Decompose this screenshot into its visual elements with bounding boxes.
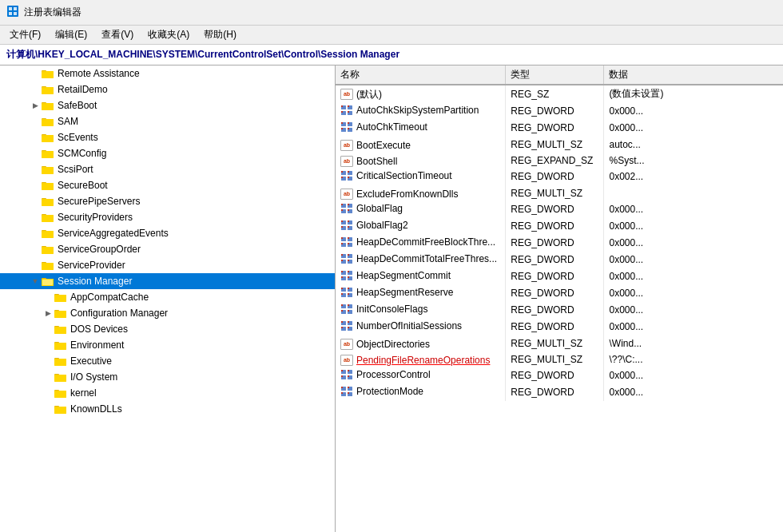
tree-item-remote-assistance[interactable]: ▶ Remote Assistance (0, 66, 335, 81)
table-row[interactable]: GlobalFlag2 REG_DWORD 0x000... (336, 218, 783, 235)
entry-name: ObjectDirectories (356, 339, 430, 350)
tree-item-secureboot[interactable]: ▶ SecureBoot (0, 177, 335, 193)
table-row[interactable]: ab ObjectDirectories REG_MULTI_SZ \Wind.… (336, 335, 783, 351)
cell-name: CriticalSectionTimeout (336, 169, 506, 185)
table-row[interactable]: HeapDeCommitTotalFreeThres... REG_DWORD … (336, 252, 783, 268)
col-header-data[interactable]: 数据 (604, 66, 783, 85)
tree-item-serviceaggregatedevents[interactable]: ▶ ServiceAggregatedEvents (0, 225, 335, 241)
gear-icon (340, 320, 353, 332)
tree-scroll[interactable]: ▶ Remote Assistance ▶ RetailDemo SafeBoo… (0, 66, 335, 532)
cell-data: 0x000... (604, 319, 783, 335)
registry-table: 名称 类型 数据 ab (默认) REG_SZ (数值未设置) (336, 66, 783, 401)
tree-item-sam[interactable]: ▶ SAM (0, 113, 335, 129)
cell-type: REG_DWORD (506, 169, 604, 185)
folder-icon (54, 292, 67, 303)
table-row[interactable]: ab ExcludeFromKnownDlls REG_MULTI_SZ (336, 185, 783, 201)
tree-item-scmconfig[interactable]: ▶ SCMConfig (0, 145, 335, 161)
table-row[interactable]: InitConsoleFlags REG_DWORD 0x000... (336, 302, 783, 319)
table-row[interactable]: CriticalSectionTimeout REG_DWORD 0x002..… (336, 169, 783, 185)
svg-rect-22 (42, 151, 54, 158)
address-path: 计算机\HKEY_LOCAL_MACHINE\SYSTEM\CurrentCon… (6, 48, 399, 62)
menu-view[interactable]: 查看(V) (95, 26, 140, 43)
table-row[interactable]: HeapDeCommitFreeBlockThre... REG_DWORD 0… (336, 235, 783, 252)
tree-item-securityproviders[interactable]: ▶ SecurityProviders (0, 209, 335, 225)
tree-item-scevents[interactable]: ▶ ScEvents (0, 129, 335, 145)
table-row[interactable]: ab BootExecute REG_MULTI_SZ autoc... (336, 137, 783, 153)
svg-rect-85 (341, 128, 343, 129)
menu-favorites[interactable]: 收藏夹(A) (141, 26, 196, 43)
tree-item-scsiport[interactable]: ▶ ScsiPort (0, 161, 335, 177)
cell-data: autoc... (604, 137, 783, 153)
table-row[interactable]: HeapSegmentReserve REG_DWORD 0x000... (336, 285, 783, 302)
svg-rect-4 (14, 12, 17, 15)
entry-name: AutoChkSkipSystemPartition (356, 105, 479, 116)
folder-icon (42, 116, 54, 127)
tree-item-configuration-manager[interactable]: Configuration Manager (0, 305, 335, 321)
svg-rect-13 (42, 103, 54, 110)
tree-item-session-manager[interactable]: Session Manager (0, 273, 335, 289)
svg-rect-171 (348, 387, 349, 388)
folder-icon (54, 324, 67, 335)
tree-item-io-system[interactable]: ▶ I/O System (0, 369, 335, 385)
table-row[interactable]: ProcessorControl REG_DWORD 0x000... (336, 367, 783, 384)
gear-icon (340, 220, 353, 231)
tree-item-servicegrouporder[interactable]: ▶ ServiceGroupOrder (0, 241, 335, 257)
gear-icon (340, 304, 353, 315)
table-row[interactable]: NumberOfInitialSessions REG_DWORD 0x000.… (336, 319, 783, 335)
tree-item-label: Session Manager (58, 276, 132, 287)
svg-rect-153 (341, 321, 343, 323)
tree-item-securepipeservers[interactable]: ▶ SecurePipeServers (0, 193, 335, 209)
menu-help[interactable]: 帮助(H) (197, 26, 243, 43)
registry-table-scroll[interactable]: 名称 类型 数据 ab (默认) REG_SZ (数值未设置) (336, 66, 783, 532)
folder-icon (54, 355, 67, 367)
tree-item-label: Environment (70, 339, 124, 351)
tree-item-serviceprovider[interactable]: ▶ ServiceProvider (0, 257, 335, 273)
col-header-name[interactable]: 名称 (336, 66, 506, 85)
cell-data: 0x000... (604, 302, 783, 319)
menu-edit[interactable]: 编辑(E) (49, 26, 93, 43)
svg-rect-119 (348, 243, 349, 244)
folder-icon (54, 308, 67, 319)
svg-rect-40 (42, 247, 54, 254)
tree-item-executive[interactable]: ▶ Executive (0, 353, 335, 369)
cell-name: AutoChkTimeout (336, 120, 506, 137)
window-title: 注册表编辑器 (24, 6, 81, 19)
svg-rect-161 (341, 370, 343, 371)
table-row[interactable]: ProtectionMode REG_DWORD 0x000... (336, 384, 783, 401)
tree-item-appcompat-cache[interactable]: ▶ AppCompatCache (0, 289, 335, 305)
tree-item-known-dlls[interactable]: ▶ KnownDLLs (0, 401, 335, 417)
cell-type: REG_MULTI_SZ (506, 137, 604, 153)
cell-data: 0x000... (604, 367, 783, 384)
svg-rect-77 (341, 111, 343, 113)
table-row[interactable]: ab BootShell REG_EXPAND_SZ %Syst... (336, 153, 783, 169)
table-row[interactable]: ab PendingFileRenameOperations REG_MULTI… (336, 351, 783, 367)
cell-name: AutoChkSkipSystemPartition (336, 103, 506, 120)
table-row[interactable]: GlobalFlag REG_DWORD 0x000... (336, 201, 783, 218)
tree-item-retail-demo[interactable]: ▶ RetailDemo (0, 81, 335, 97)
entry-name: ProcessorControl (356, 369, 431, 380)
table-row[interactable]: AutoChkSkipSystemPartition REG_DWORD 0x0… (336, 103, 783, 120)
svg-rect-141 (341, 293, 343, 295)
svg-rect-167 (348, 375, 349, 377)
svg-rect-1 (9, 7, 12, 10)
tree-item-environment[interactable]: ▶ Environment (0, 337, 335, 353)
tree-item-safeboot[interactable]: SafeBoot (0, 97, 335, 113)
menu-file[interactable]: 文件(F) (3, 26, 47, 43)
col-header-type[interactable]: 类型 (506, 66, 604, 85)
table-row[interactable]: ab (默认) REG_SZ (数值未设置) (336, 85, 783, 103)
svg-rect-79 (348, 111, 349, 113)
svg-rect-125 (341, 260, 343, 261)
tree-item-kernel[interactable]: ▶ kernel (0, 385, 335, 401)
tree-item-label: SafeBoot (58, 100, 97, 111)
table-row[interactable]: HeapSegmentCommit REG_DWORD 0x000... (336, 268, 783, 285)
entry-name: ExcludeFromKnownDlls (356, 189, 458, 200)
svg-rect-73 (341, 105, 343, 107)
table-row[interactable]: AutoChkTimeout REG_DWORD 0x000... (336, 120, 783, 137)
gear-icon (340, 203, 353, 214)
cell-name: ProcessorControl (336, 367, 506, 384)
svg-rect-117 (341, 243, 343, 244)
tree-item-dos-devices[interactable]: ▶ DOS Devices (0, 321, 335, 337)
svg-rect-109 (341, 226, 343, 228)
cell-data: 0x000... (604, 218, 783, 235)
cell-name: InitConsoleFlags (336, 302, 506, 319)
